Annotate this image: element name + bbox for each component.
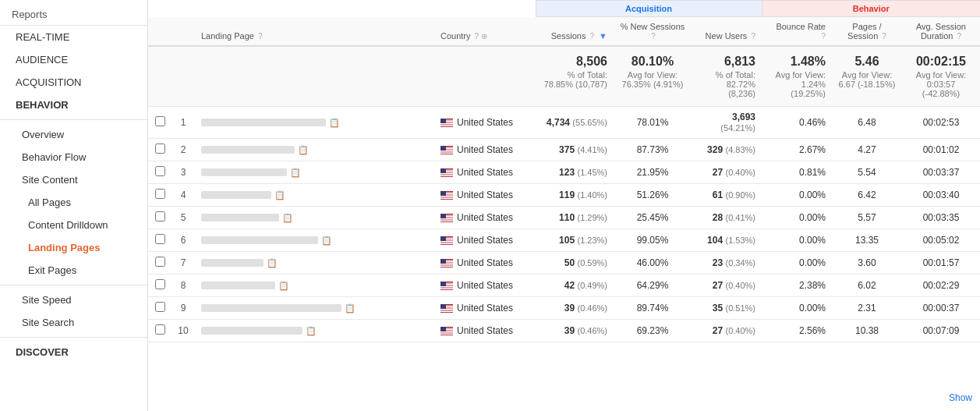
row-checkbox[interactable] [155, 166, 165, 176]
row-country: United States [434, 320, 536, 342]
th-sessions[interactable]: Sessions ? ▼ [536, 17, 614, 47]
new-users-main: 104 [707, 235, 723, 246]
sidebar-item-audience[interactable]: AUDIENCE [0, 48, 147, 71]
th-bounce-rate-label: Bounce Rate [776, 22, 826, 31]
sessions-main: 119 [559, 190, 575, 200]
row-check[interactable] [148, 107, 172, 139]
row-num: 4 [172, 184, 195, 207]
row-country: United States [434, 107, 536, 139]
copy-icon[interactable]: 📋 [282, 213, 293, 223]
summary-sessions-main: 8,506 [542, 55, 607, 69]
copy-icon[interactable]: 📋 [321, 236, 332, 246]
sessions-main: 123 [559, 167, 575, 178]
copy-icon[interactable]: 📋 [329, 118, 340, 128]
svg-rect-61 [440, 287, 453, 288]
svg-rect-7 [440, 119, 446, 123]
us-flag-icon [440, 168, 453, 177]
svg-rect-5 [440, 124, 453, 125]
new-users-pct: (4.83%) [725, 145, 755, 154]
sessions-help-icon[interactable]: ? [589, 32, 594, 41]
sidebar-item-site-search[interactable]: Site Search [0, 311, 147, 334]
country-filter-icon[interactable]: ⊕ [481, 32, 487, 41]
summary-sessions: 8,506 % of Total: 78.85% (10,787) [536, 46, 614, 107]
pages-help-icon[interactable]: ? [882, 32, 886, 41]
row-check[interactable] [148, 207, 172, 229]
row-checkbox[interactable] [155, 257, 165, 267]
country-name: United States [457, 325, 513, 336]
new-users-pct: (0.90%) [725, 190, 755, 200]
new-users-main: 23 [713, 257, 723, 268]
sessions-main: 39 [564, 325, 575, 336]
table-row: 5 📋 United States [148, 207, 980, 229]
table-row: 10 📋 United States [148, 320, 980, 342]
new-users-help-icon[interactable]: ? [751, 32, 755, 41]
sidebar-item-landing-pages[interactable]: Landing Pages [0, 236, 147, 259]
country-name: United States [457, 235, 513, 246]
sidebar-item-site-content[interactable]: Site Content [0, 168, 147, 191]
row-checkbox[interactable] [155, 211, 165, 221]
new-users-pct: (0.34%) [725, 258, 755, 268]
new-sessions-help-icon[interactable]: ? [651, 32, 656, 41]
country-help-icon[interactable]: ? [475, 32, 479, 41]
country-name: United States [457, 190, 513, 200]
landing-blurred [201, 259, 264, 267]
country-name: United States [457, 167, 513, 178]
row-check[interactable] [148, 184, 172, 207]
copy-icon[interactable]: 📋 [278, 281, 289, 291]
row-sessions: 42 (0.49%) [536, 275, 614, 297]
row-check[interactable] [148, 275, 172, 297]
svg-rect-36 [440, 218, 453, 219]
row-check[interactable] [148, 161, 172, 184]
row-checkbox[interactable] [155, 143, 165, 154]
row-checkbox[interactable] [155, 189, 165, 199]
sidebar-item-exit-pages[interactable]: Exit Pages [0, 259, 147, 282]
row-check[interactable] [148, 252, 172, 275]
summary-row: 8,506 % of Total: 78.85% (10,787) 80.10%… [148, 46, 980, 107]
row-num: 3 [172, 161, 195, 184]
show-button[interactable]: Show [949, 392, 972, 403]
row-checkbox[interactable] [155, 324, 165, 335]
svg-rect-23 [440, 168, 446, 173]
row-check[interactable] [148, 229, 172, 252]
row-landing: 📋 [195, 229, 434, 252]
th-pages-label: Pages / Session [847, 22, 882, 41]
copy-icon[interactable]: 📋 [345, 303, 356, 314]
sidebar-reports-link[interactable]: Reports [0, 4, 147, 26]
row-check[interactable] [148, 320, 172, 342]
country-name: United States [457, 144, 513, 155]
sidebar-item-behavior[interactable]: BEHAVIOR [0, 94, 147, 116]
copy-icon[interactable]: 📋 [290, 168, 301, 178]
sessions-main: 105 [559, 235, 575, 246]
new-users-pct: (0.40%) [725, 168, 755, 177]
svg-rect-29 [440, 197, 453, 197]
table-row: 4 📋 United States [148, 184, 980, 207]
sidebar-item-site-speed[interactable]: Site Speed [0, 289, 147, 311]
sidebar-item-overview[interactable]: Overview [0, 123, 147, 146]
row-bounce-rate: 2.38% [762, 275, 832, 297]
copy-icon[interactable]: 📋 [267, 258, 278, 268]
svg-rect-69 [440, 310, 453, 310]
sidebar-item-all-pages[interactable]: All Pages [0, 191, 147, 214]
us-flag-icon [440, 119, 453, 127]
copy-icon[interactable]: 📋 [274, 190, 285, 200]
svg-rect-44 [440, 241, 453, 242]
row-sessions: 110 (1.29%) [536, 207, 614, 229]
copy-icon[interactable]: 📋 [298, 145, 309, 155]
sidebar-item-discover[interactable]: DISCOVER [0, 341, 147, 363]
landing-help-icon[interactable]: ? [258, 32, 263, 41]
row-checkbox[interactable] [155, 302, 165, 312]
row-check[interactable] [148, 297, 172, 320]
row-checkbox[interactable] [155, 279, 165, 289]
sidebar-item-behavior-flow[interactable]: Behavior Flow [0, 146, 147, 168]
row-checkbox[interactable] [155, 116, 165, 126]
row-check[interactable] [148, 139, 172, 161]
avg-session-help-icon[interactable]: ? [957, 32, 962, 41]
copy-icon[interactable]: 📋 [306, 326, 317, 336]
sidebar-item-content-drilldown[interactable]: Content Drilldown [0, 214, 147, 236]
th-country: Country ? ⊕ [434, 17, 536, 47]
bounce-rate-help-icon[interactable]: ? [821, 32, 826, 41]
sidebar-item-real-time[interactable]: REAL-TIME [0, 26, 147, 48]
svg-rect-60 [440, 286, 453, 287]
row-checkbox[interactable] [155, 234, 165, 244]
sidebar-item-acquisition[interactable]: ACQUISITION [0, 71, 147, 94]
